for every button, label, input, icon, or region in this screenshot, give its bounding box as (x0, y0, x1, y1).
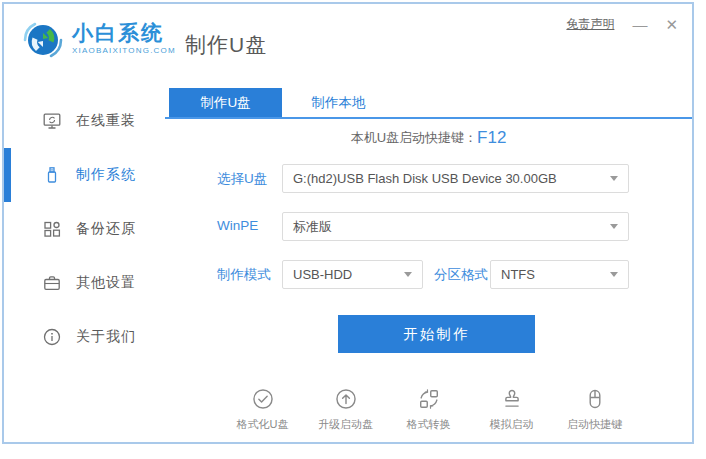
usb-drive-icon (42, 165, 62, 185)
convert-icon (417, 387, 441, 411)
app-window: 小白系统 XIAOBAIXITONG.COM 制作U盘 免责声明 — ✕ (2, 2, 694, 444)
tool-label: 格式转换 (407, 417, 451, 432)
arrow-up-circle-icon (334, 387, 358, 411)
header: 小白系统 XIAOBAIXITONG.COM 制作U盘 免责声明 — ✕ (4, 4, 692, 88)
partition-format-value: NTFS (501, 267, 535, 282)
chevron-down-icon (610, 176, 618, 181)
chevron-down-icon (610, 272, 618, 277)
disclaimer-link[interactable]: 免责声明 (566, 16, 614, 33)
window-controls: 免责声明 — ✕ (566, 16, 678, 33)
sidebar-item-online-reinstall[interactable]: 在线重装 (4, 94, 164, 148)
make-mode-value: USB-HDD (293, 267, 352, 282)
check-circle-icon (251, 387, 275, 411)
info-icon (42, 327, 62, 347)
sidebar-item-label: 备份还原 (76, 220, 136, 238)
sidebar-item-make-system[interactable]: 制作系统 (4, 148, 164, 202)
tab-make-usb[interactable]: 制作U盘 (169, 88, 282, 117)
sidebar-item-other-settings[interactable]: 其他设置 (4, 256, 164, 310)
backup-restore-icon (42, 219, 62, 239)
sidebar-item-label: 其他设置 (76, 274, 136, 292)
sidebar-item-backup-restore[interactable]: 备份还原 (4, 202, 164, 256)
partition-format-label: 分区格式 (434, 266, 488, 284)
tool-format-convert[interactable]: 格式转换 (400, 387, 458, 432)
winpe-value: 标准版 (293, 218, 332, 236)
tool-label: 格式化U盘 (237, 417, 289, 432)
usb-select-dropdown[interactable]: G:(hd2)USB Flash Disk USB Device 30.00GB (282, 164, 629, 193)
make-mode-dropdown[interactable]: USB-HDD (282, 260, 423, 289)
tool-format-usb[interactable]: 格式化U盘 (234, 387, 292, 432)
winpe-dropdown[interactable]: 标准版 (282, 212, 629, 241)
screen: 小白系统 XIAOBAIXITONG.COM 制作U盘 免责声明 — ✕ (0, 0, 706, 459)
logo-title: 小白系统 (72, 21, 176, 45)
tool-label: 启动快捷键 (567, 417, 622, 432)
close-icon[interactable]: ✕ (665, 17, 678, 33)
tool-boot-hotkey[interactable]: 启动快捷键 (566, 387, 624, 432)
mouse-icon (583, 387, 607, 411)
chevron-down-icon (404, 272, 412, 277)
sidebar: 在线重装 制作系统 (4, 88, 164, 442)
monitor-reinstall-icon (42, 111, 62, 131)
logo-text: 小白系统 XIAOBAIXITONG.COM (72, 21, 176, 55)
sidebar-item-about-us[interactable]: 关于我们 (4, 310, 164, 364)
logo-subtitle: XIAOBAIXITONG.COM (72, 46, 176, 55)
briefcase-settings-icon (42, 273, 62, 293)
sidebar-active-indicator (4, 148, 11, 202)
boot-hotkey-value: F12 (477, 128, 506, 147)
tab-make-local[interactable]: 制作本地 (282, 88, 395, 117)
winpe-label: WinPE (217, 218, 258, 233)
sidebar-item-label: 关于我们 (76, 328, 136, 346)
stamp-icon (500, 387, 524, 411)
usb-select-label: 选择U盘 (217, 170, 267, 188)
boot-hotkey-line: 本机U盘启动快捷键：F12 (165, 128, 692, 148)
start-make-button[interactable]: 开始制作 (338, 315, 535, 353)
tool-label: 升级启动盘 (318, 417, 373, 432)
app-logo-icon (20, 17, 66, 63)
page-title: 制作U盘 (185, 31, 267, 59)
partition-format-dropdown[interactable]: NTFS (490, 260, 629, 289)
tool-label: 模拟启动 (490, 417, 534, 432)
chevron-down-icon (610, 224, 618, 229)
minimize-icon[interactable]: — (632, 17, 647, 33)
boot-hotkey-label: 本机U盘启动快捷键： (351, 130, 477, 145)
sidebar-item-label: 在线重装 (76, 112, 136, 130)
usb-select-value: G:(hd2)USB Flash Disk USB Device 30.00GB (293, 171, 557, 186)
sidebar-item-label: 制作系统 (76, 166, 136, 184)
bottom-toolbar: 格式化U盘 升级启动盘 (165, 387, 692, 432)
make-mode-label: 制作模式 (217, 266, 271, 284)
tool-simulate-boot[interactable]: 模拟启动 (483, 387, 541, 432)
tab-bar: 制作U盘 制作本地 (165, 88, 692, 119)
tool-upgrade-boot-disk[interactable]: 升级启动盘 (317, 387, 375, 432)
